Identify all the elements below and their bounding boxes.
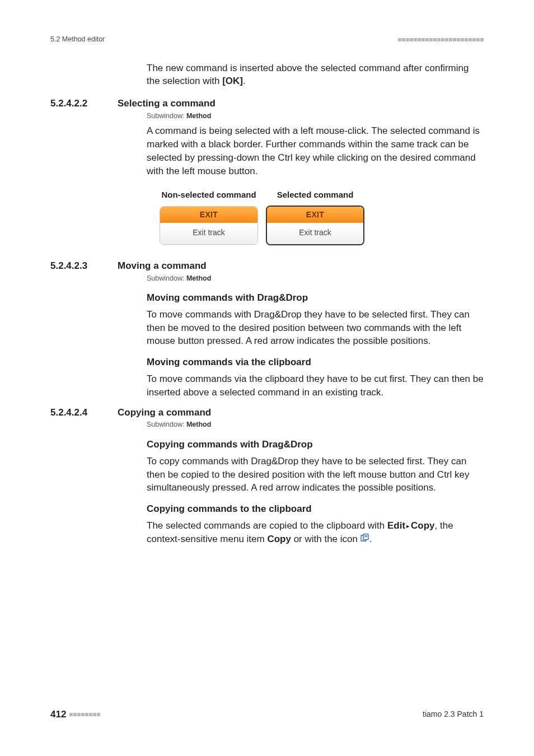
- command-box-nonselected: EXIT Exit track: [160, 206, 258, 245]
- subwindow-line: Subwindow: Method: [147, 111, 484, 122]
- subsection-heading: Copying commands with Drag&Drop: [147, 438, 484, 451]
- menu-copy: Copy: [267, 534, 291, 544]
- header-ornament: [398, 38, 484, 41]
- header-section-path: 5.2 Method editor: [50, 35, 105, 45]
- menu-edit: Edit: [387, 520, 405, 531]
- triangle-icon: ▸: [405, 522, 411, 529]
- body-paragraph: A command is being selected with a left …: [147, 124, 484, 178]
- section-number: 5.2.4.2.2: [50, 97, 118, 110]
- body-paragraph: The selected commands are copied to the …: [147, 519, 484, 546]
- col-header-nonselected: Non-selected command: [159, 188, 259, 202]
- intro-text-a: The new command is inserted above the se…: [147, 63, 469, 87]
- subwindow-line: Subwindow: Method: [147, 420, 484, 430]
- text-fragment: or with the icon: [291, 534, 360, 544]
- section-heading: 5.2.4.2.3 Moving a command: [50, 259, 484, 273]
- subsection-heading: Copying commands to the clipboard: [147, 502, 484, 516]
- subwindow-label: Subwindow:: [147, 112, 186, 120]
- command-comparison-table: Non-selected command Selected command EX…: [152, 185, 372, 249]
- command-box-selected: EXIT Exit track: [266, 206, 364, 245]
- section-number: 5.2.4.2.4: [50, 406, 118, 419]
- command-box-header: EXIT: [267, 207, 363, 223]
- subwindow-label: Subwindow:: [147, 421, 186, 428]
- body-paragraph: To move commands with Drag&Drop they hav…: [147, 308, 484, 348]
- intro-paragraph: The new command is inserted above the se…: [50, 62, 484, 88]
- subwindow-value: Method: [186, 274, 211, 282]
- footer-ornament: [69, 713, 100, 716]
- section-heading: 5.2.4.2.4 Copying a command: [50, 406, 484, 419]
- section-heading: 5.2.4.2.2 Selecting a command: [50, 97, 484, 110]
- subwindow-value: Method: [186, 421, 211, 428]
- section-title: Selecting a command: [118, 97, 216, 110]
- footer-product: tiamo 2.3 Patch 1: [423, 709, 484, 720]
- subwindow-value: Method: [186, 112, 211, 120]
- command-box-body: Exit track: [160, 223, 257, 244]
- body-paragraph: To move commands via the clipboard they …: [147, 372, 484, 399]
- ok-label: [OK]: [222, 76, 243, 86]
- subwindow-line: Subwindow: Method: [147, 274, 484, 284]
- command-box-header: EXIT: [160, 207, 257, 223]
- page-number: 412: [50, 708, 66, 721]
- section-number: 5.2.4.2.3: [50, 259, 118, 273]
- body-paragraph: To copy commands with Drag&Drop they hav…: [147, 455, 484, 494]
- col-header-selected: Selected command: [265, 188, 365, 202]
- subsection-heading: Moving commands via the clipboard: [147, 356, 484, 369]
- subwindow-label: Subwindow:: [147, 274, 186, 282]
- page-footer: 412 tiamo 2.3 Patch 1: [50, 708, 484, 721]
- intro-text-b: .: [243, 76, 246, 86]
- copy-icon: [360, 532, 369, 545]
- menu-copy: Copy: [411, 520, 435, 531]
- page-header: 5.2 Method editor: [50, 35, 484, 45]
- subsection-heading: Moving commands with Drag&Drop: [147, 291, 484, 305]
- command-box-body: Exit track: [267, 223, 363, 244]
- section-title: Copying a command: [118, 406, 211, 419]
- text-fragment: .: [369, 534, 372, 544]
- section-title: Moving a command: [118, 259, 207, 273]
- text-fragment: The selected commands are copied to the …: [147, 520, 387, 531]
